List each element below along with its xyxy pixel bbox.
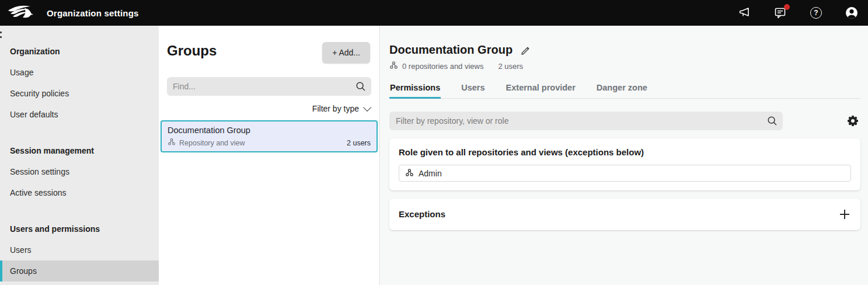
app-window: Organization settings ?	[0, 0, 868, 285]
search-icon	[767, 116, 778, 128]
megaphone-icon[interactable]	[738, 6, 752, 20]
group-detail-panel: Documentation Group 0 repositories and v…	[381, 26, 868, 285]
feedback-icon[interactable]	[773, 6, 787, 20]
search-icon	[355, 81, 366, 94]
role-card-title: Role given to all repositories and views…	[399, 147, 851, 158]
chevron-down-icon	[363, 103, 371, 112]
sidebar-item-usage[interactable]: Usage	[0, 62, 159, 83]
edit-name-icon[interactable]	[520, 44, 531, 55]
group-users-count: 2 users	[347, 139, 371, 147]
group-detail-title: Documentation Group	[389, 42, 513, 57]
tab-danger-zone[interactable]: Danger zone	[596, 83, 648, 98]
sidebar-scrollbar	[0, 32, 2, 41]
sidebar-item-active-sessions[interactable]: Active sessions	[0, 182, 159, 203]
find-group-input[interactable]	[167, 77, 371, 96]
user-avatar-icon[interactable]	[845, 6, 859, 20]
tab-users[interactable]: Users	[461, 83, 485, 98]
settings-sidebar: Organization Usage Security policies Use…	[0, 26, 159, 285]
add-group-button[interactable]: + Add...	[322, 42, 370, 63]
sidebar-item-user-defaults[interactable]: User defaults	[0, 104, 159, 125]
groups-panel: Groups + Add... Filter by type Documenta…	[159, 26, 380, 285]
repositories-summary: 0 repositories and views	[402, 62, 483, 71]
topbar: Organization settings ?	[0, 0, 868, 26]
users-summary: 2 users	[498, 62, 523, 71]
groups-panel-title: Groups	[167, 42, 217, 60]
role-icon	[405, 168, 414, 179]
group-list-item-selected[interactable]: Documentation Group Repository and view …	[161, 120, 378, 152]
group-type-icon	[168, 138, 176, 148]
role-card: Role given to all repositories and views…	[389, 138, 860, 190]
page-title: Organization settings	[47, 8, 139, 18]
repositories-views-icon	[389, 61, 398, 71]
filter-by-type-dropdown[interactable]: Filter by type	[159, 104, 379, 113]
role-selector[interactable]: Admin	[399, 165, 851, 182]
sidebar-item-session-settings[interactable]: Session settings	[0, 161, 159, 182]
tab-external-provider[interactable]: External provider	[506, 83, 576, 98]
exceptions-card-title: Exceptions	[399, 208, 445, 220]
sidebar-item-security-policies[interactable]: Security policies	[0, 83, 159, 104]
role-name: Admin	[419, 169, 442, 178]
sidebar-header-users-and-permissions: Users and permissions	[0, 218, 159, 239]
filter-by-type-label: Filter by type	[312, 104, 359, 113]
group-list: Documentation Group Repository and view …	[159, 120, 379, 152]
tab-permissions[interactable]: Permissions	[389, 83, 441, 98]
group-type-label: Repository and view	[179, 139, 245, 147]
gear-icon[interactable]	[847, 115, 859, 127]
filter-permissions-input[interactable]	[389, 112, 783, 130]
topbar-actions: ?	[738, 6, 868, 20]
add-exception-icon[interactable]	[840, 210, 849, 219]
notification-badge	[784, 4, 790, 10]
sidebar-item-users[interactable]: Users	[0, 239, 159, 260]
group-name: Documentation Group	[168, 124, 371, 137]
exceptions-card: Exceptions	[389, 199, 860, 230]
sidebar-header-organization: Organization	[0, 41, 159, 62]
sidebar-item-groups[interactable]: Groups	[0, 260, 159, 281]
sidebar-header-session-management: Session management	[0, 140, 159, 161]
help-icon[interactable]: ?	[809, 6, 823, 20]
detail-tabs: Permissions Users External provider Dang…	[389, 83, 860, 99]
crowdstrike-falcon-logo-icon[interactable]	[7, 4, 34, 22]
